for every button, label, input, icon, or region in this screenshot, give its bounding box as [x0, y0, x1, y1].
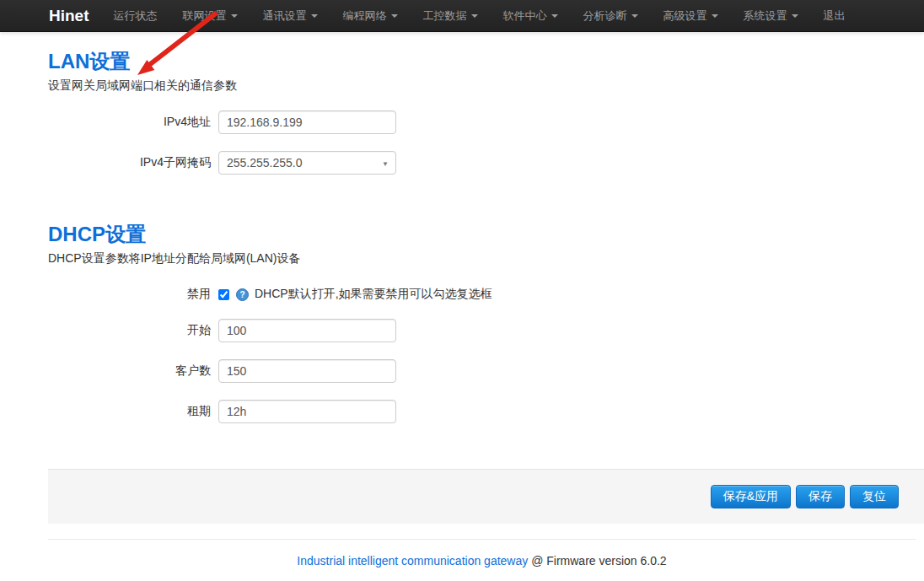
nav-item-software-center[interactable]: 软件中心 [491, 0, 571, 32]
nav-item-programming-network[interactable]: 编程网络 [330, 0, 411, 32]
nav-item-logout[interactable]: 退出 [811, 0, 858, 32]
dhcp-section-title: DHCP设置 [48, 223, 924, 245]
form-row-dhcp-clients: 客户数 [48, 359, 924, 383]
nav-item-communication-settings[interactable]: 通讯设置 [250, 0, 330, 32]
dhcp-lease-label: 租期 [48, 404, 211, 419]
nav-item-label: 退出 [824, 8, 846, 24]
dhcp-clients-input[interactable] [218, 359, 396, 383]
nav-item-label: 系统设置 [744, 8, 787, 24]
form-row-ipv4-netmask: IPv4子网掩码 255.255.255.0 ▼ [48, 151, 924, 175]
dhcp-disable-help-text: DHCP默认打开,如果需要禁用可以勾选复选框 [255, 287, 492, 302]
chevron-down-icon [471, 14, 478, 18]
footer-gateway-link[interactable]: Industrial intelligent communication gat… [297, 554, 528, 568]
lan-section-title: LAN设置 [48, 51, 924, 73]
help-question-icon: ? [236, 288, 249, 301]
brand-logo[interactable]: Hinet [49, 7, 89, 25]
nav-item-industrial-data[interactable]: 工控数据 [411, 0, 491, 32]
dhcp-clients-label: 客户数 [48, 363, 211, 379]
nav-item-label: 高级设置 [663, 8, 707, 24]
nav-item-running-status[interactable]: 运行状态 [101, 0, 170, 32]
nav-item-network-settings[interactable]: 联网设置 [170, 0, 250, 32]
chevron-down-icon [311, 14, 318, 18]
nav-item-label: 软件中心 [503, 8, 547, 24]
nav-item-analysis-diagnosis[interactable]: 分析诊断 [571, 0, 651, 32]
nav-item-label: 工控数据 [423, 8, 467, 24]
dhcp-start-label: 开始 [48, 323, 211, 338]
ipv4-netmask-select[interactable]: 255.255.255.0 ▼ [218, 151, 396, 175]
ipv4-address-label: IPv4地址 [48, 115, 211, 130]
dhcp-lease-input[interactable] [218, 400, 396, 423]
nav-item-label: 编程网络 [343, 8, 387, 24]
lan-section-subtitle: 设置网关局域网端口相关的通信参数 [48, 79, 924, 92]
save-apply-button[interactable]: 保存&应用 [711, 485, 791, 508]
dhcp-disable-checkbox[interactable] [218, 289, 229, 300]
select-dropdown-icon: ▼ [382, 160, 389, 168]
nav-item-advanced-settings[interactable]: 高级设置 [651, 0, 731, 32]
chevron-down-icon [231, 14, 238, 18]
dhcp-start-input[interactable] [218, 319, 396, 342]
ipv4-netmask-label: IPv4子网掩码 [48, 155, 211, 170]
nav-item-label: 运行状态 [114, 8, 158, 24]
chevron-down-icon [712, 14, 718, 18]
nav-item-label: 分析诊断 [583, 8, 627, 24]
save-button[interactable]: 保存 [796, 485, 845, 508]
dhcp-section-subtitle: DHCP设置参数将IP地址分配给局域网(LAN)设备 [48, 252, 924, 265]
ipv4-netmask-selected-value: 255.255.255.0 [227, 156, 303, 169]
form-row-ipv4-address: IPv4地址 [48, 110, 924, 134]
nav-item-system-settings[interactable]: 系统设置 [731, 0, 811, 32]
chevron-down-icon [391, 14, 398, 18]
nav-item-label: 联网设置 [183, 8, 227, 24]
chevron-down-icon [551, 14, 558, 18]
nav-item-label: 通讯设置 [263, 8, 307, 24]
reset-button[interactable]: 复位 [850, 485, 899, 508]
chevron-down-icon [792, 14, 798, 18]
dhcp-disable-label: 禁用 [48, 287, 211, 302]
chevron-down-icon [631, 14, 638, 18]
footer: Industrial intelligent communication gat… [48, 540, 916, 568]
ipv4-address-input[interactable] [218, 110, 396, 134]
top-navbar: Hinet 运行状态 联网设置 通讯设置 编程网络 工控数据 软件中心 分析诊断… [0, 0, 924, 32]
action-bar: 保存&应用 保存 复位 [48, 469, 924, 524]
form-row-dhcp-disable: 禁用 ? DHCP默认打开,如果需要禁用可以勾选复选框 [48, 287, 924, 302]
form-row-dhcp-lease: 租期 [48, 400, 924, 423]
footer-firmware-text: @ Firmware version 6.0.2 [528, 554, 666, 568]
form-row-dhcp-start: 开始 [48, 319, 924, 342]
